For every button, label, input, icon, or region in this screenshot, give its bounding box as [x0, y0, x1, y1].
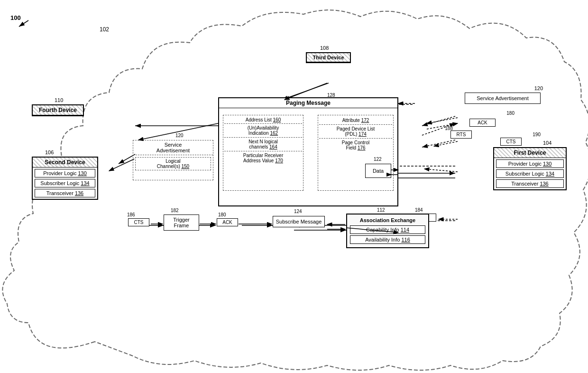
- second-device-title: Second Device: [33, 158, 97, 168]
- cts-bottom-label: CTS: [134, 220, 144, 225]
- ref-120-left: 120: [175, 133, 184, 138]
- ref-128: 128: [327, 93, 335, 98]
- first-device-box: First Device Provider Logic 130 Subscrib…: [493, 147, 567, 190]
- logical-channel-box: LogicalChannel(s) 150: [135, 157, 211, 170]
- first-subscriber-ref: 134: [546, 171, 554, 177]
- svg-line-10: [422, 116, 455, 126]
- first-transceiver-ref: 136: [540, 181, 548, 186]
- ref-180-top: 180: [506, 111, 514, 116]
- second-provider-logic: Provider Logic 130: [35, 169, 95, 177]
- particular-receiver-label: Particular ReceiverAddress Value 170: [224, 151, 302, 165]
- ref-108: 108: [320, 45, 329, 51]
- service-ad-left-box: ServiceAdvertisement LogicalChannel(s) 1…: [133, 140, 213, 180]
- subscribe-message-box: Subscribe Message: [273, 216, 325, 227]
- unavailability-label: (Un)AvailabilityIndication 162: [224, 124, 302, 138]
- fourth-device-title: Fourth Device: [33, 105, 83, 115]
- fourth-device-box: Fourth Device: [32, 104, 84, 116]
- third-device-title: Third Device: [307, 53, 350, 62]
- ref-104: 104: [543, 140, 551, 146]
- paging-right-col: Attribute 172 Paged Device List(PDL) 174…: [318, 115, 394, 191]
- ack-top-label: ACK: [478, 120, 487, 125]
- first-subscriber-logic: Subscriber Logic 134: [496, 169, 564, 178]
- ref-188: 188: [445, 126, 453, 131]
- service-advertisement-box: Service Advertisement: [465, 93, 541, 104]
- data-box: Data: [365, 164, 391, 178]
- diagram-container: 100 102 Fourth Device 110 Second Device …: [0, 0, 588, 373]
- paging-message-title: Paging Message: [219, 98, 397, 108]
- ref-106: 106: [45, 149, 54, 155]
- second-subscriber-logic: Subscriber Logic 134: [35, 179, 95, 187]
- second-provider-ref: 130: [78, 170, 87, 176]
- service-advertisement-label: Service Advertisement: [477, 95, 528, 101]
- first-provider-logic: Provider Logic 130: [496, 159, 564, 168]
- availability-info-row: Availability Info 116: [350, 235, 425, 244]
- association-exchange-label: Association Exchange: [349, 216, 426, 224]
- first-device-title: First Device: [494, 148, 566, 158]
- ref-120-top: 120: [534, 85, 543, 91]
- second-transceiver: Transceiver 136: [35, 189, 95, 197]
- attribute-label: Attribute 172: [319, 116, 392, 125]
- ack-top-box: ACK: [469, 119, 496, 127]
- ref-186: 186: [127, 212, 135, 217]
- ref-180-bottom: 180: [218, 212, 226, 217]
- capability-info-row: Capability Info 114: [350, 225, 425, 234]
- ref-112: 112: [377, 207, 385, 213]
- service-ad-left-label: ServiceAdvertisement: [133, 140, 213, 155]
- second-subscriber-ref: 134: [81, 180, 89, 186]
- arrow-100: [17, 18, 31, 28]
- first-transceiver: Transceiver 136: [496, 179, 564, 188]
- page-control-label: Page ControlField 176: [319, 139, 392, 152]
- paged-device-label: Paged Device List(PDL) 174: [319, 125, 392, 139]
- cts-bottom-box: CTS: [128, 218, 149, 226]
- paging-left-col: Address List 160 (Un)AvailabilityIndicat…: [223, 115, 303, 191]
- address-list-label: Address List 160: [224, 116, 302, 124]
- data-label: Data: [373, 168, 384, 174]
- ref-190: 190: [533, 132, 541, 137]
- ref-184: 184: [415, 207, 423, 213]
- first-provider-ref: 130: [543, 161, 551, 167]
- ref-182: 182: [171, 208, 179, 213]
- cts-top-box: CTS: [500, 138, 522, 146]
- ref-122: 122: [374, 157, 382, 162]
- rts-top-label: RTS: [457, 132, 466, 137]
- svg-line-21: [19, 20, 28, 27]
- second-transceiver-ref: 136: [75, 190, 83, 196]
- second-device-box: Second Device Provider Logic 130 Subscri…: [32, 157, 98, 200]
- ref-102: 102: [100, 26, 109, 33]
- ack-bottom-box: ACK: [217, 218, 238, 226]
- cts-top-label: CTS: [506, 139, 516, 144]
- svg-line-12: [422, 140, 455, 147]
- subscribe-message-label: Subscribe Message: [276, 219, 322, 224]
- ref-110: 110: [55, 97, 63, 103]
- paging-message-box: Paging Message Address List 160 (Un)Avai…: [218, 97, 398, 206]
- third-device-box: Third Device: [306, 52, 351, 63]
- association-exchange-box: Association Exchange Capability Info 114…: [346, 214, 429, 248]
- ref-124: 124: [294, 209, 302, 214]
- ack-bottom-label: ACK: [222, 220, 232, 225]
- next-n-label: Next N logicalchannels 164: [224, 138, 302, 151]
- trigger-frame-label: Trigger Frame: [173, 217, 189, 228]
- rts-top-box: RTS: [450, 131, 472, 139]
- trigger-frame-box: Trigger Frame: [164, 214, 199, 231]
